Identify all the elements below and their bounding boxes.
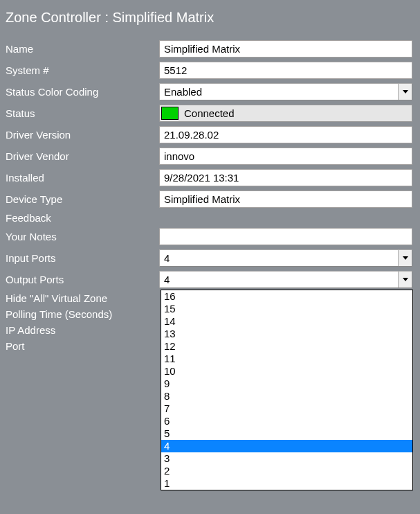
driver-vendor-input[interactable] <box>159 148 412 165</box>
status-color-swatch <box>161 107 179 120</box>
label-driver-version: Driver Version <box>6 129 159 141</box>
status-text: Connected <box>180 105 239 121</box>
device-type-input[interactable] <box>159 190 412 208</box>
driver-version-input[interactable] <box>159 126 412 143</box>
output-ports-option[interactable]: 10 <box>161 365 412 378</box>
svg-marker-0 <box>403 90 408 94</box>
output-ports-option[interactable]: 6 <box>161 415 412 427</box>
output-ports-option[interactable]: 4 <box>161 440 412 452</box>
panel-title: Zone Controller : Simplified Matrix <box>1 1 417 38</box>
label-device-type: Device Type <box>6 193 159 205</box>
status-display: Connected <box>159 105 412 122</box>
label-installed: Installed <box>6 172 159 184</box>
chevron-down-icon <box>403 256 408 260</box>
label-your-notes: Your Notes <box>6 231 159 242</box>
row-name: Name <box>1 38 417 60</box>
output-ports-option[interactable]: 13 <box>161 328 412 340</box>
label-input-ports: Input Ports <box>6 252 159 264</box>
svg-marker-2 <box>403 278 408 281</box>
output-ports-option[interactable]: 5 <box>161 427 412 440</box>
output-ports-value: 4 <box>160 274 398 285</box>
row-status: Status Connected <box>1 103 417 124</box>
label-system-num: System # <box>6 64 159 76</box>
output-ports-option[interactable]: 3 <box>161 452 412 465</box>
name-input[interactable] <box>159 40 412 57</box>
input-ports-value: 4 <box>160 252 398 264</box>
output-ports-option[interactable]: 15 <box>161 303 412 315</box>
row-input-ports: Input Ports 4 <box>1 247 417 269</box>
output-ports-option[interactable]: 14 <box>161 315 412 328</box>
output-ports-option[interactable]: 7 <box>161 402 412 415</box>
status-color-coding-dropdown-button[interactable] <box>398 84 412 100</box>
row-status-color-coding: Status Color Coding Enabled <box>1 81 417 103</box>
output-ports-option[interactable]: 16 <box>161 290 412 303</box>
your-notes-input[interactable] <box>159 228 412 245</box>
row-device-type: Device Type <box>1 188 417 210</box>
output-ports-option[interactable]: 9 <box>161 378 412 390</box>
svg-marker-1 <box>403 256 408 260</box>
row-your-notes: Your Notes <box>1 226 417 247</box>
row-feedback: Feedback <box>1 210 417 226</box>
label-feedback: Feedback <box>6 212 159 224</box>
output-ports-option[interactable]: 2 <box>161 465 412 477</box>
installed-input[interactable] <box>159 169 412 186</box>
output-ports-dropdown-button[interactable] <box>398 272 412 287</box>
chevron-down-icon <box>403 90 408 94</box>
label-status-color-coding: Status Color Coding <box>6 86 159 98</box>
output-ports-option[interactable]: 8 <box>161 390 412 402</box>
row-system-num: System # <box>1 60 417 81</box>
input-ports-dropdown-button[interactable] <box>398 250 412 266</box>
label-driver-vendor: Driver Vendor <box>6 150 159 162</box>
output-ports-option[interactable]: 12 <box>161 340 412 353</box>
input-ports-select[interactable]: 4 <box>159 249 412 267</box>
label-status: Status <box>6 107 159 119</box>
label-hide-all-virtual-zone: Hide "All" Virtual Zone <box>6 292 159 304</box>
system-num-input[interactable] <box>159 62 412 79</box>
output-ports-option[interactable]: 1 <box>161 477 412 490</box>
status-color-coding-value: Enabled <box>160 86 398 98</box>
zone-controller-panel: Zone Controller : Simplified Matrix Name… <box>1 1 417 354</box>
label-polling-time: Polling Time (Seconds) <box>6 308 159 320</box>
row-driver-version: Driver Version <box>1 124 417 145</box>
row-output-ports: Output Ports 4 <box>1 269 417 290</box>
label-output-ports: Output Ports <box>6 274 159 285</box>
label-name: Name <box>6 43 159 55</box>
output-ports-select[interactable]: 4 <box>159 271 412 288</box>
row-installed: Installed <box>1 167 417 188</box>
row-driver-vendor: Driver Vendor <box>1 145 417 167</box>
label-ip-address: IP Address <box>6 324 159 336</box>
output-ports-dropdown-list[interactable]: 16151413121110987654321 <box>161 290 413 490</box>
label-port: Port <box>6 340 159 352</box>
status-color-coding-select[interactable]: Enabled <box>159 83 412 100</box>
chevron-down-icon <box>403 278 408 281</box>
output-ports-option[interactable]: 11 <box>161 353 412 365</box>
